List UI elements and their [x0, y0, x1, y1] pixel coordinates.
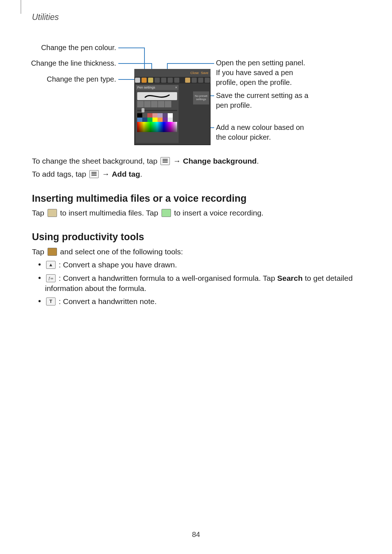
callout-line-thickness: Change the line thickness. [31, 58, 116, 68]
swatch [152, 113, 158, 118]
formula-convert-icon [46, 274, 56, 282]
nib-icon [144, 101, 151, 107]
bullet-shape: : Convert a shape you have drawn. [38, 260, 360, 270]
pen-settings-screenshot: Close Save Pen settings × [134, 69, 211, 145]
pen-settings-panel [136, 90, 179, 143]
bullet-text: : Convert a handwritten note. [38, 296, 360, 307]
callout-save-profile: Save the current setting as a pen profil… [216, 91, 310, 110]
preset-preview: No preset settings [193, 91, 209, 104]
swatch [163, 113, 168, 118]
callout-pen-colour: Change the pen colour. [41, 43, 116, 53]
shot-close-label: Close [190, 71, 199, 75]
eraser-icon [185, 78, 190, 83]
page-number: 84 [0, 530, 392, 539]
more-icon [174, 78, 179, 83]
nib-icon [137, 101, 144, 107]
menu-icon [89, 170, 99, 178]
lead [167, 63, 214, 64]
chevron-up-icon [205, 78, 210, 83]
swatch [142, 118, 147, 122]
shape-convert-icon [46, 261, 56, 269]
callout-open-panel: Open the pen setting panel. If you have … [216, 58, 310, 87]
swatch [147, 118, 152, 122]
swatch [142, 113, 147, 118]
swatch [168, 113, 173, 118]
swatch [137, 118, 142, 122]
callout-pen-type: Change the pen type. [47, 74, 116, 84]
swatch [163, 118, 168, 122]
productivity-tool-icon [48, 248, 57, 256]
para-insert: Tap to insert multimedia files. Tap to i… [32, 208, 360, 218]
pen-icon [135, 78, 140, 83]
insert-multimedia-icon [48, 209, 57, 217]
swatch [147, 113, 152, 118]
stroke-preview [137, 92, 177, 100]
swatch [158, 118, 163, 122]
bullet-formula: : Convert a handwritten formula to a wel… [38, 273, 360, 294]
redo-icon [161, 78, 166, 83]
lead [118, 63, 152, 64]
heading-tools: Using productivity tools [32, 230, 360, 243]
microphone-icon [162, 209, 171, 217]
bullet-dot-icon [38, 277, 41, 279]
section-title: Utilities [32, 12, 59, 23]
lead [118, 48, 144, 48]
colour-picker [137, 122, 177, 132]
text-icon [168, 78, 173, 83]
para-change-background: To change the sheet background, tap → Ch… [32, 156, 360, 166]
bullet-dot-icon [38, 300, 41, 302]
text-convert-icon [46, 297, 56, 305]
shot-save-label: Save [201, 71, 208, 75]
nib-icon [158, 101, 164, 107]
nib-icon [151, 101, 158, 107]
add-colour-icon [168, 118, 173, 122]
mic-icon [192, 78, 197, 83]
thickness-slider [137, 109, 177, 112]
para-add-tag: To add tags, tap → Add tag. [32, 169, 360, 179]
swatch [158, 113, 163, 118]
header-rule [20, 0, 21, 14]
panel-title: Pen settings [137, 85, 155, 90]
para-tools: Tap and select one of the following tool… [32, 247, 360, 257]
nib-icon [165, 101, 171, 107]
heading-inserting: Inserting multimedia files or a voice re… [32, 192, 360, 205]
color-swatch-icon [142, 78, 147, 83]
color-swatch-icon [148, 78, 153, 83]
undo-icon [155, 78, 160, 83]
menu-icon [160, 157, 170, 165]
swatch [152, 118, 158, 122]
insert-icon [198, 78, 203, 83]
panel-close-icon: × [175, 85, 177, 90]
bullet-dot-icon [38, 263, 41, 266]
swatch [137, 113, 142, 118]
callout-add-colour: Add a new colour based on the colour pic… [216, 123, 310, 142]
